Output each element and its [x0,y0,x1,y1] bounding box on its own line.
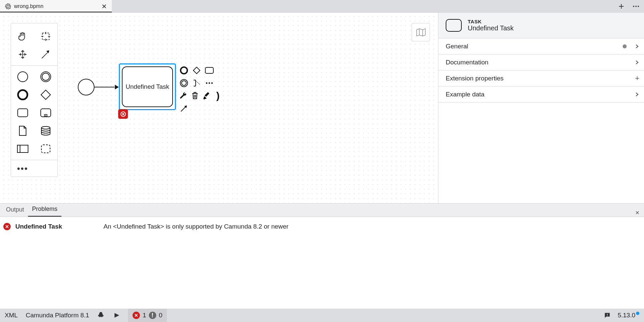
section-example-label: Example data [446,91,484,98]
element-kind-label: TASK [468,19,514,24]
warning-badge-icon: ! [149,312,156,319]
subprocess-tool[interactable] [37,105,54,120]
task-tool[interactable] [14,105,31,120]
minimap-toggle-button[interactable] [412,23,430,41]
diagram-canvas[interactable]: ••• Undefined Task [0,13,438,203]
tab-output[interactable]: Output [2,204,28,217]
svg-point-22 [209,82,210,84]
append-end-event-button[interactable] [179,65,189,75]
tab-bar: wrong.bpmn [0,0,644,13]
problems-summary[interactable]: 1 ! 0 [128,309,167,322]
version-indicator[interactable]: 5.13.0 [618,312,639,319]
task-node[interactable]: Undefined Task [119,63,176,110]
lasso-tool[interactable] [37,29,54,44]
tab-menu-button[interactable] [633,3,639,10]
svg-point-25 [607,316,608,316]
svg-point-7 [18,90,27,99]
start-event-node[interactable] [78,79,94,95]
svg-rect-24 [205,92,209,97]
append-intermediate-event-button[interactable] [179,78,189,88]
tab-problems-label: Problems [32,206,57,212]
space-tool[interactable] [14,47,31,62]
chevron-right-icon [635,44,639,49]
svg-rect-8 [41,90,50,99]
context-more-icon[interactable] [204,78,214,88]
hand-tool[interactable] [14,29,31,44]
version-label: 5.13.0 [618,312,635,319]
error-icon [3,223,11,230]
append-task-button[interactable] [204,65,214,75]
chevron-right-icon [635,60,639,65]
svg-rect-13 [17,145,28,152]
element-name-label: Undefined Task [468,24,514,32]
bottom-panel: Output Problems × Undefined Task An <Und… [0,203,644,309]
tab-close-button[interactable] [101,3,107,9]
problems-list: Undefined Task An <Undefined Task> is on… [0,217,644,309]
svg-point-12 [41,126,50,129]
tab-problems[interactable]: Problems [28,203,61,217]
group-tool[interactable] [37,141,54,156]
svg-rect-18 [205,67,213,73]
feedback-icon[interactable] [604,312,611,319]
xml-label: XML [5,312,18,319]
trash-icon[interactable] [191,91,200,101]
connect-icon[interactable] [179,103,189,113]
data-object-tool[interactable] [14,123,31,138]
xml-toggle[interactable]: XML [5,312,18,319]
svg-point-0 [633,6,634,7]
wrench-icon[interactable] [179,91,188,101]
color-icon[interactable] [202,91,211,101]
section-extension-label: Extension properties [446,75,503,82]
properties-panel: TASK Undefined Task General Documentatio… [438,13,644,203]
section-extension-properties[interactable]: Extension properties + [438,70,644,86]
sequence-flow[interactable] [94,86,119,88]
bottom-panel-close-button[interactable]: × [631,209,644,217]
svg-point-23 [211,82,213,84]
deploy-button[interactable] [97,311,105,319]
data-store-tool[interactable] [37,123,54,138]
section-documentation-label: Documentation [446,59,488,66]
section-example-data[interactable]: Example data [438,86,644,102]
file-tab[interactable]: wrong.bpmn [0,0,112,12]
svg-point-1 [635,6,637,7]
end-event-tool[interactable] [14,87,31,102]
close-context-icon[interactable]: ) [214,91,223,101]
platform-selector[interactable]: Camunda Platform 8.1 [26,312,89,319]
error-badge-icon [133,312,140,319]
section-documentation[interactable]: Documentation [438,54,644,70]
palette-more-button[interactable]: ••• [14,164,54,174]
new-tab-button[interactable] [618,3,625,10]
error-marker-icon[interactable] [118,109,128,119]
warning-count: 0 [159,312,163,319]
run-button[interactable] [113,312,120,319]
status-bar: XML Camunda Platform 8.1 1 ! 0 5.13.0 [0,309,644,322]
svg-point-2 [638,6,639,7]
problem-message: An <Undefined Task> is only supported by… [103,223,288,230]
section-general[interactable]: General [438,38,644,54]
gateway-tool[interactable] [37,87,54,102]
update-dot-icon [636,312,639,315]
intermediate-event-tool[interactable] [37,69,54,84]
svg-point-21 [206,82,208,84]
task-type-icon [446,19,462,32]
tool-palette: ••• [11,23,58,177]
svg-point-4 [18,72,28,82]
properties-header: TASK Undefined Task [438,13,644,38]
global-connect-tool[interactable] [37,47,54,62]
svg-point-6 [42,73,49,80]
start-event-tool[interactable] [14,69,31,84]
annotation-button[interactable] [192,78,202,88]
gear-icon [5,3,11,10]
tab-output-label: Output [6,206,24,213]
svg-point-16 [181,67,187,74]
platform-label: Camunda Platform 8.1 [26,312,89,319]
pool-tool[interactable] [14,141,31,156]
problem-element-name: Undefined Task [15,223,99,230]
problem-row[interactable]: Undefined Task An <Undefined Task> is on… [0,222,644,232]
plus-icon[interactable]: + [635,74,639,83]
svg-rect-9 [18,109,28,117]
svg-rect-17 [193,67,200,74]
append-gateway-button[interactable] [192,65,202,75]
context-pad: ) [179,65,222,116]
main-area: ••• Undefined Task [0,13,644,203]
